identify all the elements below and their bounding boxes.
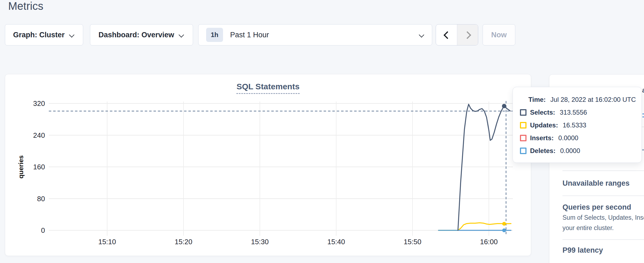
time-range-badge: 1h xyxy=(206,28,223,42)
tooltip-time-row: Time: Jul 28, 2022 at 16:02:00 UTC xyxy=(520,96,642,103)
selects-series-swatch-icon xyxy=(520,109,526,116)
clipped-text-fragment xyxy=(642,149,644,151)
tooltip-series-label: Inserts: xyxy=(530,134,554,142)
next-time-window-button[interactable] xyxy=(457,25,478,45)
time-window-pager xyxy=(436,24,478,45)
tooltip-series-value: 313.5556 xyxy=(560,109,587,116)
time-range-label: Past 1 Hour xyxy=(230,31,269,39)
tooltip-series-value: 0.0000 xyxy=(558,134,578,142)
graph-scope-dropdown[interactable]: Graph: Cluster xyxy=(5,24,83,45)
tooltip-series-row: Updates: 16.5333 xyxy=(520,121,642,129)
y-tick-label: 160 xyxy=(33,163,45,171)
graph-scope-label: Graph: Cluster xyxy=(13,31,65,39)
inserts-series-swatch-icon xyxy=(520,135,526,141)
y-tick-label: 240 xyxy=(33,131,45,139)
tooltip-series-label: Deletes: xyxy=(530,147,555,155)
x-tick-label: 15:20 xyxy=(174,238,192,246)
tooltip-series-value: 16.5333 xyxy=(563,121,586,129)
chevron-down-icon xyxy=(69,32,75,38)
chevron-left-icon xyxy=(443,31,450,38)
sql-statements-plot[interactable]: 08016024032015:1015:2015:3015:4015:5016:… xyxy=(5,74,531,256)
sidebar-description-line: your entire cluster. xyxy=(562,224,614,232)
tooltip-series-label: Selects: xyxy=(530,109,555,116)
chevron-right-icon xyxy=(464,31,471,38)
x-tick-label: 15:10 xyxy=(98,238,116,246)
hover-dot-updates xyxy=(502,222,506,226)
deletes-series-swatch-icon xyxy=(520,148,526,154)
sidebar-section-queries-per-second: Queries per second xyxy=(562,203,631,212)
sidebar-divider xyxy=(562,170,644,171)
series-line-updates xyxy=(438,223,511,230)
page-title: Metrics xyxy=(8,0,43,12)
updates-series-swatch-icon xyxy=(520,122,526,129)
y-tick-label: 320 xyxy=(33,99,45,108)
series-line-selects xyxy=(458,104,510,230)
sidebar-divider xyxy=(562,239,644,240)
tooltip-time-label: Time: xyxy=(528,96,546,103)
sidebar-section-unavailable-ranges: Unavailable ranges xyxy=(562,179,630,188)
y-tick-label: 0 xyxy=(41,226,45,234)
y-axis-label: queries xyxy=(17,155,25,178)
hover-dot-selects xyxy=(502,104,506,108)
hover-dot-deletes xyxy=(502,228,506,232)
tooltip-series-row: Deletes: 0.0000 xyxy=(520,147,642,154)
tooltip-time-value: Jul 28, 2022 at 16:02:00 UTC xyxy=(550,96,636,103)
x-tick-label: 15:40 xyxy=(327,238,345,246)
dashboard-label: Dashboard: Overview xyxy=(98,31,174,39)
x-tick-label: 15:50 xyxy=(404,238,421,246)
chevron-down-icon xyxy=(419,32,425,38)
chevron-down-icon xyxy=(179,32,185,38)
x-tick-label: 15:30 xyxy=(251,238,269,246)
clipped-link-fragment xyxy=(642,114,644,117)
dashboard-dropdown[interactable]: Dashboard: Overview xyxy=(90,24,193,45)
chart-hover-tooltip: Time: Jul 28, 2022 at 16:02:00 UTC Selec… xyxy=(513,87,642,163)
tooltip-series-row: Inserts: 0.0000 xyxy=(520,134,642,142)
x-tick-label: 16:00 xyxy=(480,238,498,246)
sql-statements-chart-card: SQL Statements 08016024032015:1015:2015:… xyxy=(5,74,531,256)
time-range-selector[interactable]: 1h Past 1 Hour xyxy=(198,24,432,45)
tooltip-series-value: 0.0000 xyxy=(560,147,580,155)
tooltip-series-row: Selects: 313.5556 xyxy=(520,109,642,116)
tooltip-series-label: Updates: xyxy=(530,121,558,129)
clipped-heading-fragment: a xyxy=(642,86,644,94)
y-tick-label: 80 xyxy=(37,195,45,203)
prev-time-window-button[interactable] xyxy=(436,25,457,45)
sidebar-divider xyxy=(562,195,644,196)
now-button[interactable]: Now xyxy=(483,24,515,45)
sidebar-description-line: Sum of Selects, Updates, Inser xyxy=(562,214,644,221)
sidebar-section-p99-latency: P99 latency xyxy=(562,246,603,255)
